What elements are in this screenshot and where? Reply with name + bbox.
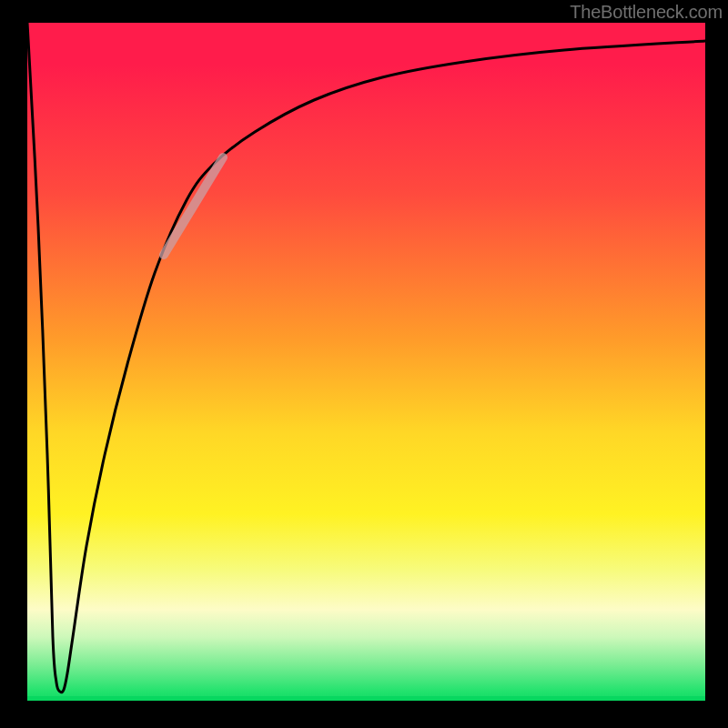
x-axis (18, 701, 710, 710)
chart-stage: TheBottleneck.com (0, 0, 728, 728)
watermark-text: TheBottleneck.com (570, 2, 723, 23)
y-axis (18, 18, 27, 710)
axis-corner-cap (18, 18, 27, 27)
plot-area (23, 23, 705, 705)
